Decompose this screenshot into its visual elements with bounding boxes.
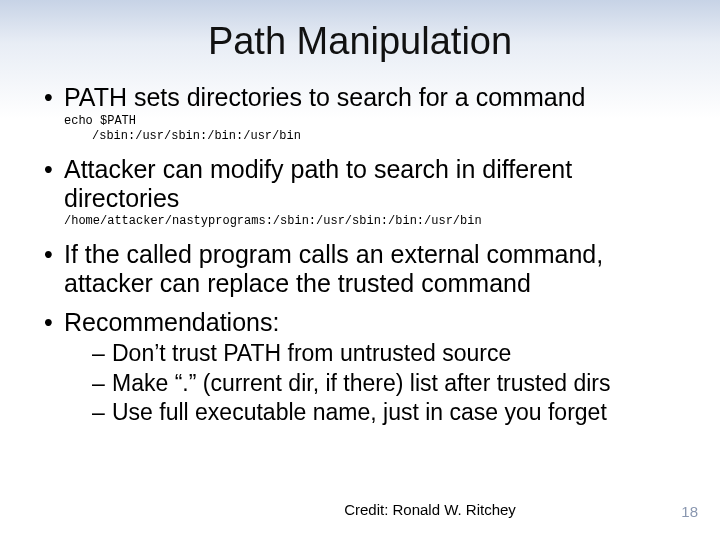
sub-text: Use full executable name, just in case y…: [112, 399, 607, 425]
sub-item-full-name: Use full executable name, just in case y…: [92, 399, 680, 427]
code-line: echo $PATH: [64, 114, 136, 128]
sub-list: Don’t trust PATH from untrusted source M…: [64, 340, 680, 427]
slide-title: Path Manipulation: [0, 0, 720, 73]
page-number: 18: [681, 503, 698, 520]
bullet-attacker-modify: Attacker can modify path to search in di…: [40, 155, 680, 230]
bullet-list: PATH sets directories to search for a co…: [40, 83, 680, 427]
bullet-text: PATH sets directories to search for a co…: [64, 83, 585, 111]
code-line: /sbin:/usr/sbin:/bin:/usr/bin: [64, 129, 301, 143]
sub-item-dont-trust: Don’t trust PATH from untrusted source: [92, 340, 680, 368]
bullet-recommendations: Recommendations: Don’t trust PATH from u…: [40, 308, 680, 428]
bullet-text: If the called program calls an external …: [64, 240, 603, 297]
sub-text: Make “.” (current dir, if there) list af…: [112, 370, 610, 396]
bullet-text: Recommendations:: [64, 308, 279, 336]
slide-content: PATH sets directories to search for a co…: [0, 83, 720, 427]
slide: Path Manipulation PATH sets directories …: [0, 0, 720, 540]
credit-line: Credit: Ronald W. Ritchey: [70, 501, 720, 518]
sub-item-make-dot: Make “.” (current dir, if there) list af…: [92, 370, 680, 398]
bullet-path-sets: PATH sets directories to search for a co…: [40, 83, 680, 145]
code-block-echo: echo $PATH /sbin:/usr/sbin:/bin:/usr/bin: [64, 114, 680, 145]
sub-text: Don’t trust PATH from untrusted source: [112, 340, 511, 366]
code-line: /home/attacker/nastyprograms:/sbin:/usr/…: [64, 214, 482, 228]
bullet-called-program: If the called program calls an external …: [40, 240, 680, 298]
code-block-path: /home/attacker/nastyprograms:/sbin:/usr/…: [64, 214, 680, 230]
bullet-text: Attacker can modify path to search in di…: [64, 155, 572, 212]
